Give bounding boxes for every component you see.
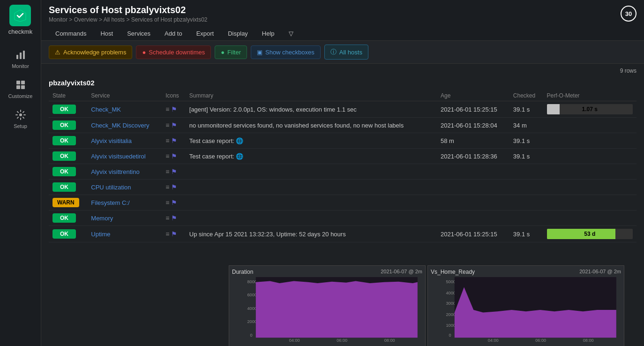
lines-icon[interactable]: ≡ (165, 137, 169, 144)
service-name[interactable]: CPU utilization (87, 180, 162, 195)
svg-point-8 (19, 113, 22, 116)
service-name[interactable]: Check_MK (87, 101, 162, 118)
svg-text:4000: 4000 (446, 290, 455, 295)
row-icons: ≡⚑ (165, 199, 182, 206)
service-name[interactable]: Alyvix visititalia (87, 133, 162, 149)
table-row[interactable]: OKUptime≡⚑Up since Apr 15 2021 13:32:23,… (49, 226, 637, 242)
service-name[interactable]: Alyvix visittrentino (87, 164, 162, 180)
bookmark-icon[interactable]: ⚑ (171, 137, 177, 144)
lines-icon[interactable]: ≡ (165, 230, 169, 238)
checked-cell (509, 195, 543, 211)
breadcrumb: Monitor > Overview > All hosts > Service… (49, 16, 637, 23)
schedule-downtimes-button[interactable]: ● Schedule downtimes (136, 45, 211, 59)
bar-chart-icon (14, 48, 27, 61)
duration-chart-svg: 8000 6000 4000 2000 0 04:00 06:00 08:00 (232, 277, 422, 343)
svg-text:08:00: 08:00 (583, 338, 594, 343)
schedule-label: Schedule downtimes (149, 49, 205, 56)
service-name[interactable]: Memory (87, 211, 162, 226)
lines-icon[interactable]: ≡ (165, 199, 169, 206)
bookmark-icon[interactable]: ⚑ (171, 183, 177, 191)
lines-icon[interactable]: ≡ (165, 105, 169, 113)
row-icons: ≡⚑ (165, 152, 182, 160)
bookmark-icon[interactable]: ⚑ (171, 105, 177, 113)
lines-icon[interactable]: ≡ (165, 168, 169, 175)
state-badge: OK (52, 105, 76, 114)
filter-icon: ● (221, 49, 225, 56)
nav-services[interactable]: Services (120, 27, 157, 40)
lines-icon[interactable]: ≡ (165, 152, 169, 160)
sidebar-item-monitor[interactable]: Monitor (0, 44, 41, 74)
state-badge: OK (52, 229, 76, 239)
summary-cell (186, 180, 437, 195)
summary-cell: [agent] Version: 2.0.0p1, OS: windows, e… (186, 101, 437, 118)
page-header: 30 Services of Host pbzalyvixts02 Monito… (41, 0, 644, 41)
summary-cell: no unmonitored services found, no vanish… (186, 118, 437, 133)
sidebar-item-customize[interactable]: Customize (0, 74, 41, 104)
svg-text:2000: 2000 (247, 319, 256, 324)
table-row[interactable]: OKAlyvix visititalia≡⚑Test case report: … (49, 133, 637, 149)
bookmark-icon[interactable]: ⚑ (171, 214, 177, 222)
logo-label: checkmk (8, 28, 32, 35)
service-name[interactable]: Alyvix visitsuedetirol (87, 149, 162, 164)
lines-icon[interactable]: ≡ (165, 183, 169, 191)
table-row[interactable]: OKAlyvix visittrentino≡⚑ (49, 164, 637, 180)
table-row[interactable]: OKCPU utilization≡⚑ (49, 180, 637, 195)
nav-host[interactable]: Host (94, 27, 120, 40)
service-name[interactable]: Check_MK Discovery (87, 118, 162, 133)
vs-home-ready-chart-svg: 5000 4000 3000 2000 1000 0 04:00 06:00 0… (431, 277, 621, 343)
nav-add-to[interactable]: Add to (158, 27, 189, 40)
bookmark-icon[interactable]: ⚑ (171, 168, 177, 175)
table-row[interactable]: WARNFilesystem C:/≡⚑ (49, 195, 637, 211)
svg-text:5000: 5000 (446, 279, 455, 284)
checkbox-icon: ▣ (257, 49, 262, 56)
lines-icon[interactable]: ≡ (165, 121, 169, 129)
bookmark-icon[interactable]: ⚑ (171, 121, 177, 129)
perf-cell (543, 195, 637, 211)
nav-display[interactable]: Display (221, 27, 255, 40)
svg-rect-6 (16, 85, 20, 89)
table-row[interactable]: OKAlyvix visitsuedetirol≡⚑Test case repo… (49, 149, 637, 164)
summary-cell: Test case report: 🌐 (186, 133, 437, 149)
state-badge: OK (52, 213, 76, 223)
refresh-timer[interactable]: 30 (621, 6, 637, 22)
checkmk-logo-icon[interactable] (9, 5, 31, 26)
all-hosts-button[interactable]: ⓘ All hosts (324, 45, 368, 60)
logo-area[interactable]: checkmk (8, 5, 32, 35)
row-icons: ≡⚑ (165, 168, 182, 175)
toolbar: ⚠ Acknowledge problems ● Schedule downti… (41, 41, 644, 64)
svg-marker-15 (256, 281, 418, 338)
svg-rect-2 (20, 53, 22, 59)
rows-count: 9 rows (49, 64, 637, 76)
svg-text:3000: 3000 (446, 301, 455, 306)
perf-bar-text: 53 d (584, 231, 595, 237)
all-hosts-label: All hosts (339, 49, 362, 56)
nav-commands[interactable]: Commands (49, 27, 93, 40)
nav-collapse[interactable]: ▽ (282, 27, 300, 40)
show-checkboxes-button[interactable]: ▣ Show checkboxes (251, 45, 321, 59)
acknowledge-problems-button[interactable]: ⚠ Acknowledge problems (49, 45, 132, 59)
row-icons: ≡⚑ (165, 137, 182, 144)
table-row[interactable]: OKCheck_MK Discovery≡⚑no unmonitored ser… (49, 118, 637, 133)
sidebar-item-setup[interactable]: Setup (0, 104, 41, 134)
service-name[interactable]: Filesystem C:/ (87, 195, 162, 211)
perf-bar-text: 1.07 s (582, 106, 598, 113)
table-row[interactable]: OKMemory≡⚑ (49, 211, 637, 226)
bookmark-icon[interactable]: ⚑ (171, 152, 177, 160)
col-age: Age (437, 90, 509, 101)
service-name[interactable]: Uptime (87, 226, 162, 242)
perf-cell (543, 164, 637, 180)
chart-timestamp-right: 2021-06-07 @ 2m (579, 269, 621, 275)
warn-icon: ⚠ (55, 49, 60, 56)
state-badge: OK (52, 120, 76, 130)
checked-cell (509, 211, 543, 226)
nav-export[interactable]: Export (190, 27, 221, 40)
table-row[interactable]: OKCheck_MK≡⚑[agent] Version: 2.0.0p1, OS… (49, 101, 637, 118)
bookmark-icon[interactable]: ⚑ (171, 199, 177, 206)
gear-icon (14, 108, 27, 121)
bookmark-icon[interactable]: ⚑ (171, 230, 177, 238)
svg-text:6000: 6000 (247, 292, 256, 297)
lines-icon[interactable]: ≡ (165, 214, 169, 222)
nav-help[interactable]: Help (255, 27, 281, 40)
filter-button[interactable]: ● Filter (215, 45, 247, 59)
state-badge: OK (52, 136, 76, 145)
